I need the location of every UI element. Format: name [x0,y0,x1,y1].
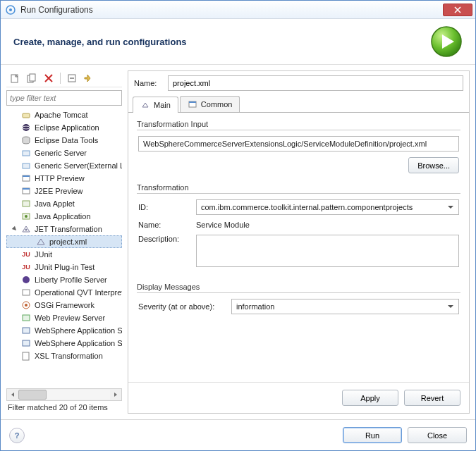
tname-value: Service Module [196,221,459,229]
main-tab-icon [140,100,150,110]
svg-rect-17 [23,201,30,206]
tree-item[interactable]: Web Preview Server [6,311,122,324]
tree-item[interactable]: Apache Tomcat [6,109,122,121]
apply-button[interactable]: Apply [342,390,398,406]
svg-rect-27 [23,340,30,346]
tree-label: JUnit Plug-in Test [35,263,94,271]
right-panel: Name: Main Common Transformation Input [128,70,470,414]
svg-rect-12 [23,163,30,168]
name-input[interactable] [168,75,463,91]
help-button[interactable]: ? [9,428,25,443]
scroll-thumb[interactable] [18,390,47,400]
run-button[interactable]: Run [343,427,402,443]
server-icon [20,160,32,171]
jet-icon [20,223,32,235]
tab-bar: Main Common [128,95,469,113]
tree-item[interactable]: Java Application [6,210,122,223]
tree-item-project-xml[interactable]: project.xml [6,235,122,248]
id-value: com.ibm.commerce.toolkit.internal.patter… [201,203,413,211]
browse-button[interactable]: Browse... [408,157,459,173]
tree-label: OSGi Framework [35,301,94,309]
tree-item[interactable]: HTTP Preview [6,172,122,185]
config-tree[interactable]: Apache Tomcat Eclipse Application Eclips… [6,109,122,387]
tree-item[interactable]: Eclipse Application [6,121,122,134]
tree-item[interactable]: Eclipse Data Tools [6,134,122,147]
revert-button[interactable]: Revert [404,390,460,406]
severity-select[interactable]: information [231,299,459,314]
junit-icon: JU [20,249,32,260]
new-config-button[interactable] [8,71,22,85]
filter-box [6,90,122,106]
tree-label: project.xml [49,237,87,246]
duplicate-config-button[interactable] [25,71,39,85]
tree-item[interactable]: OSGi Framework [6,299,122,311]
run-big-icon [430,25,463,58]
filter-input[interactable] [6,90,122,106]
left-panel: Apache Tomcat Eclipse Application Eclips… [6,70,122,414]
collapse-all-button[interactable] [65,71,79,85]
tree-label: Eclipse Application [35,123,99,132]
tree-label: WebSphere Application Server [35,339,122,347]
tree-label: Generic Server(External Launch) [35,161,122,170]
app-icon [5,4,16,16]
horizontal-scrollbar[interactable] [6,388,122,401]
liberty-icon [20,274,32,285]
tree-item[interactable]: Liberty Profile Server [6,273,122,286]
fieldset-legend: Transformation Input [137,120,460,128]
severity-value: information [236,302,274,311]
id-select[interactable]: com.ibm.commerce.toolkit.internal.patter… [196,199,459,215]
tree-label: WebSphere Application Server [35,326,122,335]
jet-icon [35,236,47,247]
tree-item[interactable]: WebSphere Application Server [6,337,122,350]
tree-item[interactable]: JUJUnit Plug-in Test [6,261,122,273]
tree-label: Liberty Profile Server [35,276,107,284]
svg-rect-26 [23,328,30,333]
tab-common[interactable]: Common [180,96,240,112]
web-preview-icon [20,312,32,323]
display-messages-fieldset: Display Messages Severity (at or above):… [137,283,460,320]
tab-main[interactable]: Main [133,97,178,113]
scroll-track[interactable] [18,390,110,400]
svg-rect-14 [23,175,30,177]
tree-item[interactable]: WebSphere Application Server [6,324,122,337]
tree-label: Eclipse Data Tools [35,136,98,144]
qvt-icon [20,287,32,298]
filter-button[interactable] [82,71,96,85]
tree-label: Apache Tomcat [35,111,88,119]
expander-icon[interactable] [11,225,19,233]
scroll-right-button[interactable] [110,389,121,400]
run-config-dialog: Run Configurations Create, manage, and r… [0,0,476,451]
j2ee-icon [20,185,32,197]
tree-item-jet[interactable]: JET Transformation [6,223,122,235]
severity-label: Severity (at or above): [138,302,223,311]
tree-item[interactable]: Operational QVT Interpreter [6,286,122,299]
fieldset-divider [137,193,460,194]
transformation-input-fieldset: Transformation Input WebSphereCommerceSe… [137,120,460,173]
tree-item[interactable]: Generic Server [6,147,122,159]
tree-label: Web Preview Server [35,314,105,322]
window-close-button[interactable] [443,4,472,16]
close-button[interactable]: Close [408,427,467,443]
tree-item[interactable]: Generic Server(External Launch) [6,159,122,172]
svg-rect-22 [23,290,30,295]
tree-item[interactable]: XSL Transformation [6,350,122,362]
desc-textarea[interactable] [196,235,459,267]
tree-label: XSL Transformation [35,352,103,360]
xsl-icon [20,350,32,362]
svg-point-19 [25,215,28,218]
server-icon [20,109,32,121]
osgi-icon [20,299,32,311]
tree-item[interactable]: JUJUnit [6,248,122,261]
tree-label: JET Transformation [35,225,102,233]
websphere-icon [20,338,32,349]
delete-config-button[interactable] [42,71,56,85]
tree-item[interactable]: Java Applet [6,197,122,210]
id-label: ID: [138,203,188,211]
tree-item[interactable]: J2EE Preview [6,185,122,197]
svg-point-1 [9,8,12,11]
scroll-left-button[interactable] [7,389,18,400]
name-label: Name: [134,79,162,87]
fieldset-legend: Transformation [137,183,460,192]
svg-rect-25 [23,315,30,321]
apply-revert-row: Apply Revert [128,382,469,413]
